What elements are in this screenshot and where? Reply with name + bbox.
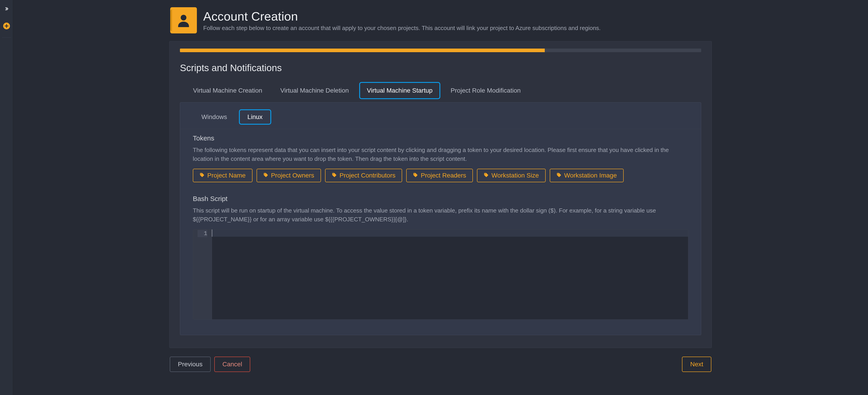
tag-icon <box>332 172 337 179</box>
page-title: Account Creation <box>203 9 600 23</box>
tokens-heading: Tokens <box>193 134 688 142</box>
sidebar-expand-icon[interactable] <box>4 5 9 13</box>
token-workstation-size[interactable]: Workstation Size <box>477 169 546 182</box>
tab-vm-deletion[interactable]: Virtual Machine Deletion <box>273 82 356 99</box>
step-body: Windows Linux Tokens The following token… <box>180 102 701 335</box>
tab-vm-startup[interactable]: Virtual Machine Startup <box>359 82 440 99</box>
token-label: Workstation Image <box>564 172 617 179</box>
token-workstation-image[interactable]: Workstation Image <box>550 169 624 182</box>
token-label: Workstation Size <box>491 172 539 179</box>
next-button[interactable]: Next <box>682 357 711 372</box>
line-number: 1 <box>197 230 207 237</box>
section-tabs: Virtual Machine Creation Virtual Machine… <box>185 82 701 99</box>
left-sidebar <box>0 0 13 395</box>
token-label: Project Owners <box>271 172 314 179</box>
account-header-icon <box>170 7 197 33</box>
subtab-linux[interactable]: Linux <box>239 109 271 125</box>
token-row: Project Name Project Owners Project Cont… <box>193 169 688 182</box>
token-project-contributors[interactable]: Project Contributors <box>325 169 402 182</box>
cancel-button[interactable]: Cancel <box>214 357 250 372</box>
token-label: Project Readers <box>421 172 466 179</box>
tab-role-modification[interactable]: Project Role Modification <box>443 82 528 99</box>
svg-point-0 <box>181 15 186 20</box>
sidebar-add-button[interactable] <box>3 23 10 29</box>
tag-icon <box>264 172 268 179</box>
tokens-desc: The following tokens represent data that… <box>193 146 688 163</box>
previous-button[interactable]: Previous <box>170 357 211 372</box>
token-project-name[interactable]: Project Name <box>193 169 252 182</box>
script-editor[interactable]: 1 <box>193 229 688 320</box>
tag-icon <box>199 172 205 179</box>
subtab-windows[interactable]: Windows <box>193 109 236 125</box>
token-project-owners[interactable]: Project Owners <box>256 169 321 182</box>
editor-body[interactable] <box>212 229 688 319</box>
section-title: Scripts and Notifications <box>180 63 701 73</box>
wizard-panel: Scripts and Notifications Virtual Machin… <box>169 41 712 348</box>
editor-gutter: 1 <box>193 229 212 319</box>
os-subtabs: Windows Linux <box>180 102 701 129</box>
tab-vm-creation[interactable]: Virtual Machine Creation <box>185 82 270 99</box>
token-label: Project Name <box>207 172 246 179</box>
tag-icon <box>557 172 561 179</box>
token-project-readers[interactable]: Project Readers <box>406 169 473 182</box>
editor-active-row <box>212 229 688 237</box>
page-subtitle: Follow each step below to create an acco… <box>203 25 600 32</box>
script-heading: Bash Script <box>193 195 688 203</box>
token-label: Project Contributors <box>340 172 395 179</box>
wizard-progress-fill <box>180 48 545 52</box>
tag-icon <box>484 172 489 179</box>
script-desc: This script will be run on startup of th… <box>193 206 688 224</box>
wizard-progress <box>180 48 701 52</box>
sidebar-divider <box>2 37 11 38</box>
tag-icon <box>413 172 418 179</box>
